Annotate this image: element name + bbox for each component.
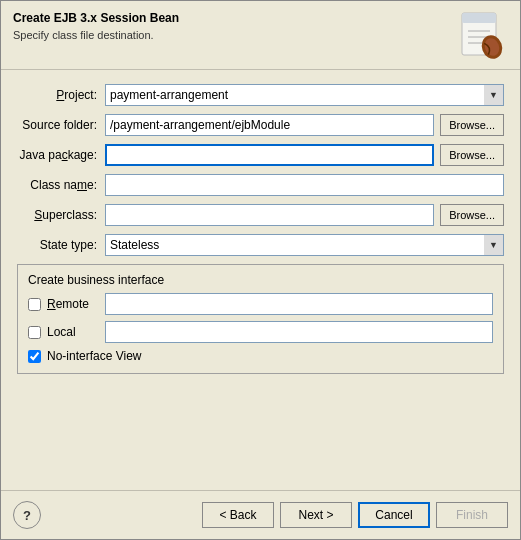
- project-row: Project: payment-arrangement ▼: [17, 84, 504, 106]
- java-package-input[interactable]: [105, 144, 434, 166]
- svg-rect-1: [462, 13, 496, 23]
- superclass-label: Superclass:: [17, 208, 105, 222]
- dialog-content: Project: payment-arrangement ▼ Source fo…: [1, 70, 520, 490]
- project-select-wrapper: payment-arrangement ▼: [105, 84, 504, 106]
- remote-label[interactable]: Remote: [47, 297, 105, 311]
- class-name-input[interactable]: [105, 174, 504, 196]
- remote-input[interactable]: [105, 293, 493, 315]
- remote-checkbox[interactable]: [28, 298, 41, 311]
- local-checkbox[interactable]: [28, 326, 41, 339]
- java-package-row: Java package: Browse...: [17, 144, 504, 166]
- state-type-select[interactable]: Stateless Stateful Singleton: [105, 234, 504, 256]
- state-type-label: State type:: [17, 238, 105, 252]
- java-package-label: Java package:: [17, 148, 105, 162]
- finish-button[interactable]: Finish: [436, 502, 508, 528]
- local-row: Local: [28, 321, 493, 343]
- no-interface-label[interactable]: No-interface View: [47, 349, 142, 363]
- footer-buttons: < Back Next > Cancel Finish: [41, 502, 508, 528]
- state-type-row: State type: Stateless Stateful Singleton…: [17, 234, 504, 256]
- back-button[interactable]: < Back: [202, 502, 274, 528]
- project-select[interactable]: payment-arrangement: [105, 84, 504, 106]
- dialog: Create EJB 3.x Session Bean Specify clas…: [0, 0, 521, 540]
- source-folder-label: Source folder:: [17, 118, 105, 132]
- source-folder-input[interactable]: [105, 114, 434, 136]
- dialog-header: Create EJB 3.x Session Bean Specify clas…: [1, 1, 520, 70]
- class-name-row: Class name:: [17, 174, 504, 196]
- ejb-wizard-icon: [456, 11, 508, 63]
- source-folder-browse-button[interactable]: Browse...: [440, 114, 504, 136]
- help-button[interactable]: ?: [13, 501, 41, 529]
- superclass-browse-button[interactable]: Browse...: [440, 204, 504, 226]
- no-interface-row: No-interface View: [28, 349, 493, 363]
- superclass-input[interactable]: [105, 204, 434, 226]
- local-input[interactable]: [105, 321, 493, 343]
- remote-row: Remote: [28, 293, 493, 315]
- local-label[interactable]: Local: [47, 325, 105, 339]
- business-group-title: Create business interface: [28, 273, 493, 287]
- no-interface-checkbox[interactable]: [28, 350, 41, 363]
- dialog-footer: ? < Back Next > Cancel Finish: [1, 490, 520, 539]
- next-button[interactable]: Next >: [280, 502, 352, 528]
- class-name-label: Class name:: [17, 178, 105, 192]
- header-text-block: Create EJB 3.x Session Bean Specify clas…: [13, 11, 446, 41]
- dialog-subtitle: Specify class file destination.: [13, 29, 446, 41]
- source-folder-row: Source folder: Browse...: [17, 114, 504, 136]
- ejb-icon-svg: [456, 11, 508, 63]
- superclass-row: Superclass: Browse...: [17, 204, 504, 226]
- dialog-title: Create EJB 3.x Session Bean: [13, 11, 446, 25]
- java-package-browse-button[interactable]: Browse...: [440, 144, 504, 166]
- cancel-button[interactable]: Cancel: [358, 502, 430, 528]
- project-label: Project:: [17, 88, 105, 102]
- state-type-select-wrapper: Stateless Stateful Singleton ▼: [105, 234, 504, 256]
- business-interface-group: Create business interface Remote Local: [17, 264, 504, 374]
